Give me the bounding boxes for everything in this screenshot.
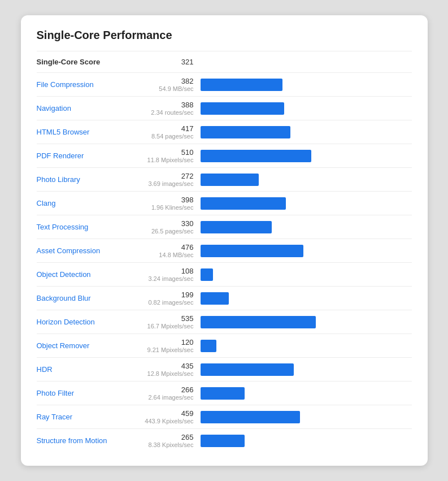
table-row: Structure from Motion 265 8.38 Kpixels/s… bbox=[37, 428, 412, 452]
bar bbox=[201, 340, 216, 352]
bar-area bbox=[201, 292, 412, 305]
bar bbox=[201, 174, 259, 186]
rows-container: Single-Core Score 321 File Compression 3… bbox=[37, 51, 412, 452]
row-label[interactable]: File Compression bbox=[37, 80, 138, 89]
row-score: 398 bbox=[138, 196, 194, 204]
row-score-area: 417 8.54 pages/sec bbox=[138, 124, 201, 140]
row-unit: 3.69 images/sec bbox=[138, 180, 194, 187]
bar-area bbox=[201, 197, 412, 210]
row-score-area: 382 54.9 MB/sec bbox=[138, 77, 201, 92]
bar bbox=[201, 292, 229, 305]
bar-area bbox=[201, 174, 412, 186]
row-score-area: 321 bbox=[138, 58, 201, 66]
bar bbox=[201, 387, 245, 400]
row-score-area: 272 3.69 images/sec bbox=[138, 172, 201, 187]
row-unit: 0.82 images/sec bbox=[138, 299, 194, 306]
bar-area bbox=[201, 411, 412, 423]
row-score: 388 bbox=[138, 101, 194, 109]
row-unit: 12.8 Mpixels/sec bbox=[138, 370, 194, 377]
row-score-area: 330 26.5 pages/sec bbox=[138, 219, 201, 235]
table-row: Text Processing 330 26.5 pages/sec bbox=[37, 215, 412, 239]
bar-area bbox=[201, 363, 412, 376]
table-row: PDF Renderer 510 11.8 Mpixels/sec bbox=[37, 144, 412, 167]
row-score-area: 459 443.9 Kpixels/sec bbox=[138, 409, 201, 424]
table-row: Asset Compression 476 14.8 MB/sec bbox=[37, 239, 412, 262]
row-label[interactable]: Asset Compression bbox=[37, 246, 138, 255]
row-score-area: 266 2.64 images/sec bbox=[138, 385, 201, 401]
table-row: Photo Library 272 3.69 images/sec bbox=[37, 167, 412, 191]
row-score-area: 108 3.24 images/sec bbox=[138, 267, 201, 282]
row-label[interactable]: Horizon Detection bbox=[37, 318, 138, 326]
row-unit: 443.9 Kpixels/sec bbox=[138, 418, 194, 424]
row-score: 459 bbox=[138, 409, 194, 418]
table-row: Object Remover 120 9.21 Mpixels/sec bbox=[37, 333, 412, 357]
row-label[interactable]: Background Blur bbox=[37, 294, 138, 302]
row-score-area: 510 11.8 Mpixels/sec bbox=[138, 148, 201, 163]
row-unit: 1.96 Klines/sec bbox=[138, 204, 194, 211]
row-score-area: 435 12.8 Mpixels/sec bbox=[138, 362, 201, 377]
row-label[interactable]: PDF Renderer bbox=[37, 151, 138, 160]
row-score: 535 bbox=[138, 314, 194, 323]
bar bbox=[201, 268, 213, 281]
bar-area bbox=[201, 245, 412, 257]
bar bbox=[201, 245, 303, 257]
row-label[interactable]: Navigation bbox=[37, 104, 138, 112]
bar-area bbox=[201, 268, 412, 281]
bar bbox=[201, 102, 284, 115]
row-label[interactable]: HTML5 Browser bbox=[37, 128, 138, 136]
bar-area bbox=[201, 221, 412, 233]
row-score: 510 bbox=[138, 148, 194, 157]
table-row: HDR 435 12.8 Mpixels/sec bbox=[37, 357, 412, 381]
row-label[interactable]: Text Processing bbox=[37, 223, 138, 231]
row-label[interactable]: Object Remover bbox=[37, 341, 138, 350]
bar-area bbox=[201, 102, 412, 115]
table-row: HTML5 Browser 417 8.54 pages/sec bbox=[37, 120, 412, 144]
table-row: Ray Tracer 459 443.9 Kpixels/sec bbox=[37, 405, 412, 428]
row-unit: 9.21 Mpixels/sec bbox=[138, 346, 194, 353]
row-label[interactable]: Structure from Motion bbox=[37, 436, 138, 445]
row-unit: 11.8 Mpixels/sec bbox=[138, 157, 194, 163]
row-label[interactable]: Object Detection bbox=[37, 270, 138, 279]
bar bbox=[201, 411, 300, 423]
row-score: 199 bbox=[138, 291, 194, 299]
row-score-area: 398 1.96 Klines/sec bbox=[138, 196, 201, 211]
row-unit: 3.24 images/sec bbox=[138, 275, 194, 282]
bar-area bbox=[201, 150, 412, 162]
row-label[interactable]: Photo Filter bbox=[37, 389, 138, 397]
row-score: 321 bbox=[138, 58, 194, 66]
bar-area bbox=[201, 340, 412, 352]
row-score-area: 265 8.38 Kpixels/sec bbox=[138, 433, 201, 448]
row-score: 330 bbox=[138, 219, 194, 228]
row-score: 382 bbox=[138, 77, 194, 85]
row-score-area: 120 9.21 Mpixels/sec bbox=[138, 338, 201, 353]
bar bbox=[201, 197, 286, 210]
table-row: Single-Core Score 321 bbox=[37, 51, 412, 72]
row-label[interactable]: Photo Library bbox=[37, 175, 138, 184]
row-score: 435 bbox=[138, 362, 194, 370]
bar-area bbox=[201, 316, 412, 328]
row-score: 120 bbox=[138, 338, 194, 346]
row-score-area: 199 0.82 images/sec bbox=[138, 291, 201, 306]
row-unit: 26.5 pages/sec bbox=[138, 228, 194, 235]
row-label[interactable]: HDR bbox=[37, 365, 138, 374]
row-unit: 14.8 MB/sec bbox=[138, 252, 194, 258]
row-unit: 8.38 Kpixels/sec bbox=[138, 441, 194, 448]
bar bbox=[201, 435, 245, 447]
bar-area bbox=[201, 387, 412, 400]
bar bbox=[201, 316, 316, 328]
row-unit: 2.34 routes/sec bbox=[138, 109, 194, 116]
row-score: 272 bbox=[138, 172, 194, 180]
bar bbox=[201, 150, 311, 162]
card-title: Single-Core Performance bbox=[37, 29, 412, 42]
row-score: 476 bbox=[138, 243, 194, 252]
bar bbox=[201, 221, 272, 233]
row-score: 108 bbox=[138, 267, 194, 275]
row-unit: 54.9 MB/sec bbox=[138, 85, 194, 92]
row-score: 266 bbox=[138, 385, 194, 394]
row-score-area: 476 14.8 MB/sec bbox=[138, 243, 201, 258]
table-row: Object Detection 108 3.24 images/sec bbox=[37, 262, 412, 286]
bar-area bbox=[201, 126, 412, 138]
row-label[interactable]: Ray Tracer bbox=[37, 413, 138, 421]
row-label[interactable]: Clang bbox=[37, 199, 138, 207]
row-score: 417 bbox=[138, 124, 194, 133]
